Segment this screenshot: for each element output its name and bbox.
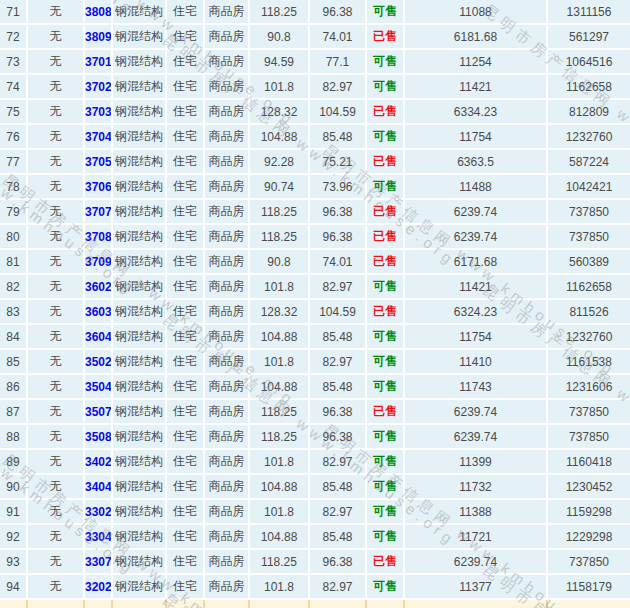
use-cell: 住宅: [167, 325, 205, 350]
sale-status-badge: 可售: [367, 325, 405, 350]
table-row: 80无3708钢混结构住宅商品房118.2596.38已售6239.747378…: [0, 225, 630, 250]
room-number-link[interactable]: 3701: [85, 50, 113, 75]
total-price-cell: 1232760: [548, 325, 630, 350]
table-row: 73无3701钢混结构住宅商品房94.5977.1可售112541064516: [0, 50, 630, 75]
next-row-partial-cell: [310, 600, 367, 608]
room-number-link[interactable]: 3603: [85, 300, 113, 325]
room-number-link[interactable]: 3302: [85, 500, 113, 525]
room-number-link[interactable]: 3604: [85, 325, 113, 350]
mortgage-attr-cell: 无: [28, 0, 85, 25]
structure-cell: 钢混结构: [113, 300, 167, 325]
sale-status-badge: 可售: [367, 275, 405, 300]
row-number: 73: [0, 50, 28, 75]
sale-status-badge: 可售: [367, 500, 405, 525]
built-area-cell: 104.88: [250, 375, 310, 400]
room-number-link[interactable]: 3202: [85, 575, 113, 600]
house-type-cell: 商品房: [205, 375, 250, 400]
structure-cell: 钢混结构: [113, 175, 167, 200]
built-area-cell: 101.8: [250, 350, 310, 375]
built-area-cell: 128.32: [250, 100, 310, 125]
unit-price-cell: 11754: [405, 325, 548, 350]
inner-area-cell: 85.48: [310, 325, 367, 350]
room-number-link[interactable]: 3707: [85, 200, 113, 225]
structure-cell: 钢混结构: [113, 225, 167, 250]
inner-area-cell: 75.21: [310, 150, 367, 175]
row-number: 89: [0, 450, 28, 475]
row-number: 93: [0, 550, 28, 575]
inner-area-cell: 104.59: [310, 100, 367, 125]
room-number-link[interactable]: 3508: [85, 425, 113, 450]
inner-area-cell: 82.97: [310, 575, 367, 600]
total-price-cell: 1042421: [548, 175, 630, 200]
inner-area-cell: 96.38: [310, 425, 367, 450]
inner-area-cell: 104.59: [310, 300, 367, 325]
built-area-cell: 118.25: [250, 550, 310, 575]
room-number-link[interactable]: 3704: [85, 125, 113, 150]
room-number-link[interactable]: 3307: [85, 550, 113, 575]
table-row: 86无3504钢混结构住宅商品房104.8885.48可售11743123160…: [0, 375, 630, 400]
room-number-link[interactable]: 3304: [85, 525, 113, 550]
unit-price-cell: 11399: [405, 450, 548, 475]
house-type-cell: 商品房: [205, 425, 250, 450]
room-number-link[interactable]: 3705: [85, 150, 113, 175]
sale-status-badge: 已售: [367, 300, 405, 325]
built-area-cell: 104.88: [250, 525, 310, 550]
structure-cell: 钢混结构: [113, 550, 167, 575]
row-number: 80: [0, 225, 28, 250]
row-number: 91: [0, 500, 28, 525]
table-row: 85无3502钢混结构住宅商品房101.882.97可售114101161538: [0, 350, 630, 375]
total-price-cell: 1231606: [548, 375, 630, 400]
built-area-cell: 118.25: [250, 0, 310, 25]
room-number-link[interactable]: 3502: [85, 350, 113, 375]
inner-area-cell: 82.97: [310, 500, 367, 525]
structure-cell: 钢混结构: [113, 150, 167, 175]
room-number-link[interactable]: 3708: [85, 225, 113, 250]
built-area-cell: 118.25: [250, 200, 310, 225]
room-number-link[interactable]: 3404: [85, 475, 113, 500]
built-area-cell: 104.88: [250, 125, 310, 150]
room-number-link[interactable]: 3702: [85, 75, 113, 100]
mortgage-attr-cell: 无: [28, 350, 85, 375]
sale-status-badge: 可售: [367, 450, 405, 475]
table-row: 93无3307钢混结构住宅商品房118.2596.38已售6239.747378…: [0, 550, 630, 575]
built-area-cell: 104.88: [250, 325, 310, 350]
room-number-link[interactable]: 3706: [85, 175, 113, 200]
use-cell: 住宅: [167, 50, 205, 75]
unit-price-cell: 6171.68: [405, 250, 548, 275]
use-cell: 住宅: [167, 525, 205, 550]
total-price-cell: 587224: [548, 150, 630, 175]
next-row-partial-cell: [85, 600, 113, 608]
mortgage-attr-cell: 无: [28, 575, 85, 600]
inner-area-cell: 73.96: [310, 175, 367, 200]
sale-status-badge: 可售: [367, 425, 405, 450]
structure-cell: 钢混结构: [113, 50, 167, 75]
table-row: 71无3808钢混结构住宅商品房118.2596.38可售11088131115…: [0, 0, 630, 25]
unit-price-cell: 11421: [405, 275, 548, 300]
total-price-cell: 561297: [548, 25, 630, 50]
mortgage-attr-cell: 无: [28, 525, 85, 550]
sale-status-badge: 已售: [367, 200, 405, 225]
row-number: 81: [0, 250, 28, 275]
room-number-link[interactable]: 3709: [85, 250, 113, 275]
sale-status-badge: 可售: [367, 525, 405, 550]
use-cell: 住宅: [167, 400, 205, 425]
room-number-link[interactable]: 3402: [85, 450, 113, 475]
unit-price-cell: 6239.74: [405, 400, 548, 425]
room-number-link[interactable]: 3507: [85, 400, 113, 425]
room-number-link[interactable]: 3703: [85, 100, 113, 125]
house-type-cell: 商品房: [205, 575, 250, 600]
built-area-cell: 118.25: [250, 425, 310, 450]
structure-cell: 钢混结构: [113, 75, 167, 100]
room-number-link[interactable]: 3809: [85, 25, 113, 50]
use-cell: 住宅: [167, 375, 205, 400]
room-number-link[interactable]: 3504: [85, 375, 113, 400]
mortgage-attr-cell: 无: [28, 50, 85, 75]
inner-area-cell: 96.38: [310, 400, 367, 425]
inner-area-cell: 85.48: [310, 125, 367, 150]
room-number-link[interactable]: 3808: [85, 0, 113, 25]
inner-area-cell: 85.48: [310, 375, 367, 400]
use-cell: 住宅: [167, 350, 205, 375]
row-number: 74: [0, 75, 28, 100]
room-number-link[interactable]: 3602: [85, 275, 113, 300]
table-row: 92无3304钢混结构住宅商品房104.8885.48可售11721122929…: [0, 525, 630, 550]
